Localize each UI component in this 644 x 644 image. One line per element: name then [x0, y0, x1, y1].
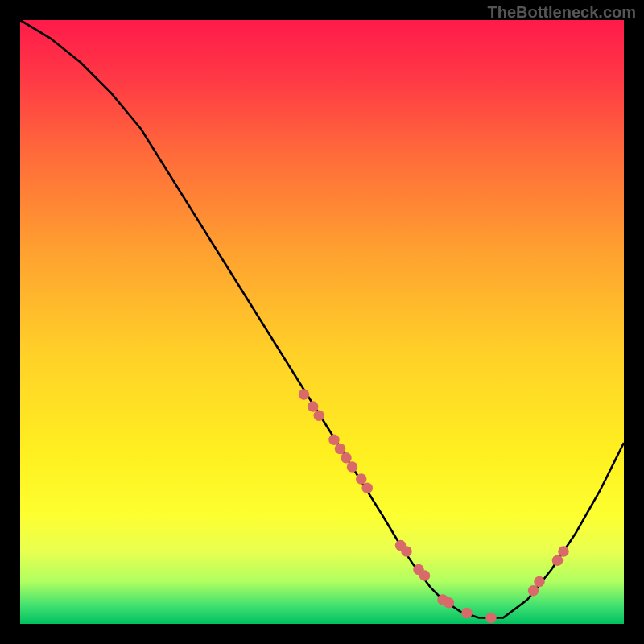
chart-svg — [20, 20, 624, 624]
data-point — [314, 411, 324, 422]
data-point — [485, 613, 497, 624]
data-point — [534, 576, 545, 588]
data-point — [461, 608, 473, 619]
watermark-text: TheBottleneck.com — [488, 3, 636, 22]
data-point — [308, 401, 318, 412]
data-point — [299, 389, 309, 399]
data-point — [444, 597, 455, 609]
data-point — [335, 444, 345, 455]
data-point — [328, 435, 339, 446]
data-point — [347, 461, 357, 473]
bottleneck-curve — [20, 20, 624, 618]
data-point — [362, 483, 373, 494]
data-point — [419, 570, 431, 581]
data-point — [401, 546, 412, 557]
data-markers — [299, 389, 569, 623]
data-point — [528, 585, 539, 597]
plot-area — [20, 20, 624, 624]
data-point — [552, 555, 564, 567]
data-point — [558, 546, 569, 557]
data-point — [341, 452, 351, 464]
data-point — [356, 473, 366, 485]
